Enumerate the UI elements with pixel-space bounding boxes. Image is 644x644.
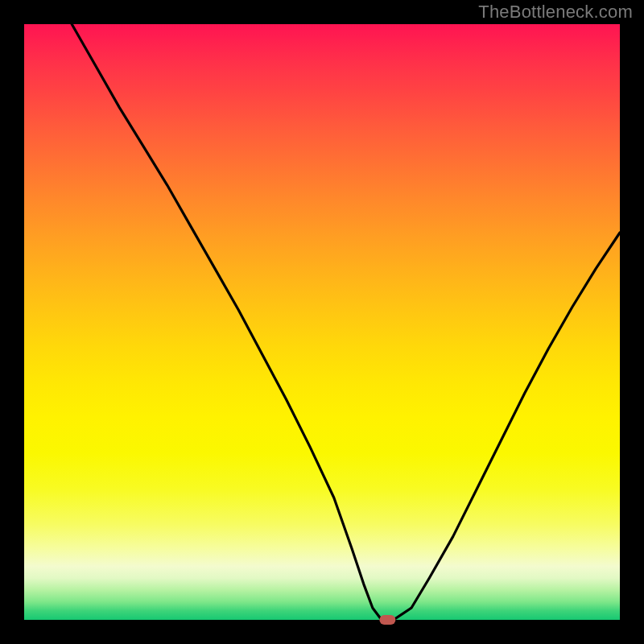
bottleneck-curve-path [72,24,620,620]
optimum-marker [379,615,395,625]
chart-frame: TheBottleneck.com [0,0,644,644]
watermark-text: TheBottleneck.com [478,2,633,23]
curve-svg [24,24,620,620]
plot-area [24,24,620,620]
